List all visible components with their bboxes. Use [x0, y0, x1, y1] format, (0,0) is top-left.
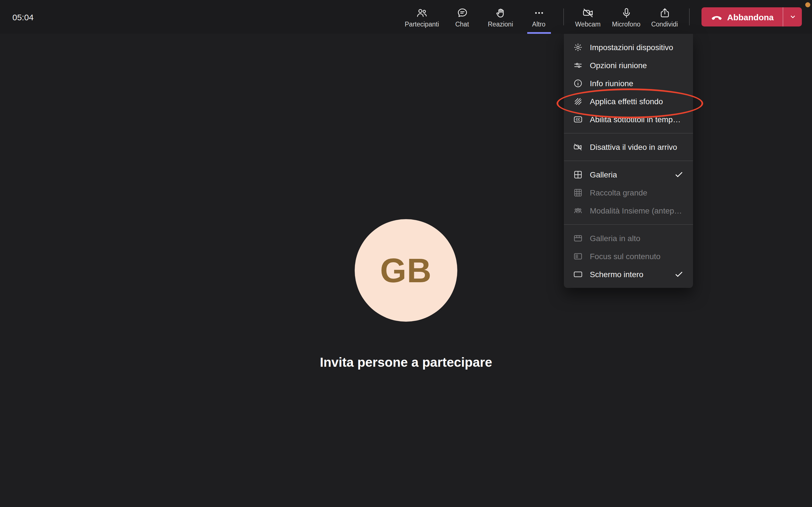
menu-item-together-mode: Modalità Insieme (antep… — [564, 202, 693, 220]
leave-options-button[interactable] — [783, 7, 802, 26]
share-label: Condividi — [651, 20, 678, 27]
menu-item-disable-incoming-video[interactable]: Disattiva il video in arrivo — [564, 138, 693, 156]
menu-item-label: Abilita sottotitoli in temp… — [590, 115, 680, 124]
meeting-timer: 05:04 — [12, 0, 34, 34]
reactions-hand-icon — [494, 6, 507, 19]
avatar: GB — [355, 219, 457, 322]
reactions-label: Reazioni — [488, 20, 513, 27]
menu-item-meeting-options[interactable]: Opzioni riunione — [564, 56, 693, 74]
menu-item-device-settings[interactable]: Impostazioni dispositivo — [564, 38, 693, 56]
chat-label: Chat — [455, 20, 469, 27]
menu-divider — [564, 133, 693, 133]
teams-meeting-window: 05:04 Partecipanti Chat Reazioni — [0, 0, 812, 507]
chevron-down-icon — [788, 12, 798, 22]
menu-item-fullscreen[interactable]: Schermo intero — [564, 265, 693, 283]
menu-item-label: Disattiva il video in arrivo — [590, 143, 677, 152]
webcam-off-icon — [581, 6, 594, 19]
hangup-phone-icon — [710, 11, 723, 23]
menu-item-label: Galleria in alto — [590, 234, 640, 243]
video-off-icon — [573, 142, 583, 152]
invite-text: Invita persone a partecipare — [0, 355, 812, 370]
microphone-icon — [620, 6, 632, 19]
share-icon — [658, 6, 671, 19]
recording-indicator-dot — [805, 2, 810, 7]
fullscreen-icon — [573, 269, 583, 279]
checkmark-icon — [674, 170, 684, 180]
menu-item-label: Info riunione — [590, 79, 633, 88]
menu-item-label: Raccolta grande — [590, 188, 647, 197]
menu-item-meeting-info[interactable]: Info riunione — [564, 74, 693, 93]
menu-item-content-focus: Focus sul contenuto — [564, 247, 693, 265]
more-dots-icon — [532, 6, 545, 19]
chat-icon — [456, 6, 468, 19]
menu-item-label: Modalità Insieme (antep… — [590, 206, 682, 215]
top-gallery-icon — [573, 233, 583, 243]
meeting-topbar: 05:04 Partecipanti Chat Reazioni — [0, 0, 812, 34]
leave-label: Abbandona — [727, 12, 774, 22]
toolbar-separator — [563, 8, 564, 25]
svg-text:CC: CC — [576, 118, 580, 121]
together-mode-icon — [573, 206, 583, 216]
info-icon — [573, 78, 583, 89]
cc-icon: CC — [573, 114, 583, 124]
menu-item-live-captions[interactable]: CC Abilita sottotitoli in temp… — [564, 110, 693, 128]
webcam-button[interactable]: Webcam — [569, 0, 607, 34]
menu-item-background-effects[interactable]: Applica effetti sfondo — [564, 93, 693, 110]
chat-button[interactable]: Chat — [443, 0, 481, 34]
menu-item-label: Focus sul contenuto — [590, 252, 661, 261]
participants-icon — [416, 6, 428, 19]
checkmark-icon — [674, 269, 684, 279]
content-focus-icon — [573, 251, 583, 262]
more-label: Altro — [532, 20, 545, 27]
menu-item-top-gallery: Galleria in alto — [564, 229, 693, 247]
gear-icon — [573, 42, 583, 52]
menu-item-label: Impostazioni dispositivo — [590, 43, 673, 52]
share-button[interactable]: Condividi — [645, 0, 684, 34]
avatar-initials: GB — [380, 251, 432, 290]
toolbar-separator — [689, 8, 689, 25]
background-effects-icon — [573, 96, 583, 107]
meeting-toolbar: Partecipanti Chat Reazioni Altro — [401, 0, 802, 34]
more-options-menu: Impostazioni dispositivo Opzioni riunion… — [564, 34, 693, 288]
sliders-icon — [573, 60, 583, 70]
grid-icon — [573, 170, 583, 180]
menu-divider — [564, 224, 693, 225]
more-button[interactable]: Altro — [520, 0, 558, 34]
menu-divider — [564, 161, 693, 161]
microphone-button[interactable]: Microfono — [607, 0, 645, 34]
menu-item-large-gallery: Raccolta grande — [564, 184, 693, 202]
reactions-button[interactable]: Reazioni — [481, 0, 520, 34]
leave-button-group: Abbandona — [701, 7, 802, 26]
webcam-label: Webcam — [575, 20, 601, 27]
microphone-label: Microfono — [612, 20, 641, 27]
menu-item-label: Applica effetti sfondo — [590, 97, 663, 106]
menu-item-label: Opzioni riunione — [590, 61, 647, 70]
grid-large-icon — [573, 187, 583, 198]
leave-button[interactable]: Abbandona — [701, 7, 783, 26]
menu-item-label: Schermo intero — [590, 270, 644, 279]
menu-item-label: Galleria — [590, 170, 617, 179]
participants-button[interactable]: Partecipanti — [401, 0, 443, 34]
participants-label: Partecipanti — [405, 20, 439, 27]
menu-item-gallery[interactable]: Galleria — [564, 166, 693, 184]
